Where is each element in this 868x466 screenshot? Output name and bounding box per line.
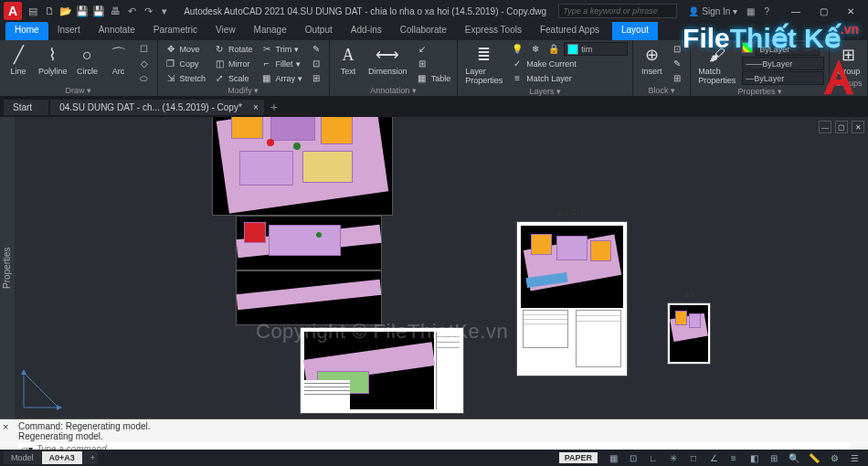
viewport-sheet-2b[interactable]: [236, 270, 382, 325]
match-layer-button[interactable]: ≡Match Layer: [509, 71, 628, 85]
minimize-button[interactable]: —: [782, 2, 810, 20]
menu-icon[interactable]: ▤: [26, 4, 40, 18]
tab-start[interactable]: Start: [4, 100, 48, 115]
scale-button[interactable]: ⤢Scale: [211, 71, 255, 85]
viewport-sheet-3[interactable]: [300, 327, 464, 414]
tab-annotate[interactable]: Annotate: [90, 22, 144, 40]
qat-dropdown-icon[interactable]: ▾: [157, 4, 172, 18]
status-workspace-icon[interactable]: ⚙: [826, 451, 842, 464]
array-button[interactable]: ▦Array ▾: [259, 71, 305, 85]
layout-a0a3[interactable]: A0+A3: [42, 451, 82, 464]
layout-add[interactable]: +: [83, 451, 98, 464]
draw-extra3[interactable]: ⬭: [136, 71, 153, 85]
tab-new-icon[interactable]: +: [266, 99, 282, 115]
viewport-sheet-2[interactable]: [236, 216, 382, 270]
modify-extra1[interactable]: ✎: [308, 42, 324, 56]
tab-featuredapps[interactable]: Featured Apps: [531, 22, 609, 40]
line-button[interactable]: ╱Line: [5, 42, 32, 78]
help-icon[interactable]: ?: [764, 6, 769, 16]
layer-icon3[interactable]: 🔒: [545, 42, 562, 56]
annot-extra[interactable]: ⊞: [414, 57, 453, 70]
block-extra2[interactable]: ✎: [669, 57, 685, 70]
plot-icon[interactable]: 🖶: [108, 4, 122, 18]
make-current-button[interactable]: ✓Make Current: [509, 57, 628, 70]
fillet-button[interactable]: ⌐Fillet ▾: [259, 57, 305, 70]
maximize-button[interactable]: ▢: [810, 2, 837, 20]
tab-insert[interactable]: Insert: [48, 22, 90, 40]
rotate-button[interactable]: ↻Rotate: [211, 42, 255, 56]
tab-expresstools[interactable]: Express Tools: [456, 22, 531, 40]
modify-extra2[interactable]: ⊡: [308, 57, 324, 70]
tab-collaborate[interactable]: Collaborate: [391, 22, 456, 40]
status-qp-icon[interactable]: ⊞: [766, 451, 782, 464]
autodesk-app-icon[interactable]: ▦: [746, 6, 755, 16]
status-customize-icon[interactable]: ☰: [846, 451, 863, 464]
leader-button[interactable]: ↙: [414, 42, 453, 56]
dimension-button[interactable]: ⟷Dimension: [365, 42, 410, 78]
properties-panel-collapsed[interactable]: Properties: [0, 117, 15, 418]
vp-min-icon[interactable]: —: [819, 121, 831, 133]
sign-in-button[interactable]: 👤 Sign In ▾: [688, 6, 737, 16]
status-otrack-icon[interactable]: ∠: [705, 451, 722, 464]
tab-output[interactable]: Output: [296, 22, 342, 40]
sheet-a0fit[interactable]: [516, 221, 628, 376]
move-button[interactable]: ✥Move: [163, 42, 208, 56]
draw-extra1[interactable]: ☐: [136, 42, 153, 56]
trim-button[interactable]: ✂Trim ▾: [259, 42, 305, 56]
polyline-button[interactable]: ⌇Polyline: [36, 42, 70, 78]
open-icon[interactable]: 📂: [58, 4, 73, 18]
tab-layout[interactable]: Layout: [612, 22, 658, 40]
layer-icon1[interactable]: 💡: [509, 42, 525, 56]
tab-view[interactable]: View: [206, 22, 245, 40]
tab-home[interactable]: Home: [5, 22, 48, 40]
modify-extra3[interactable]: ⊞: [308, 71, 324, 85]
lineweight-combo[interactable]: —— ByLayer: [742, 57, 824, 70]
vp-close-icon[interactable]: ✕: [852, 121, 864, 133]
layout-model[interactable]: Model: [4, 451, 41, 464]
copy-button[interactable]: ❐Copy: [163, 57, 208, 70]
undo-icon[interactable]: ↶: [124, 4, 139, 18]
status-transparency-icon[interactable]: ◧: [746, 451, 762, 464]
table-button[interactable]: ▦Table: [414, 71, 453, 85]
new-icon[interactable]: 🗋: [42, 4, 57, 18]
tab-parametric[interactable]: Parametric: [144, 22, 206, 40]
mirror-button[interactable]: ◫Mirror: [211, 57, 255, 70]
save-icon[interactable]: 💾: [75, 4, 90, 18]
redo-icon[interactable]: ↷: [141, 4, 155, 18]
layer-properties-button[interactable]: ≣Layer Properties: [462, 42, 505, 87]
text-button[interactable]: AText: [334, 42, 362, 78]
block-extra3[interactable]: ⊞: [669, 71, 685, 85]
arc-button[interactable]: ⌒Arc: [105, 42, 132, 78]
paper-space-toggle[interactable]: PAPER: [559, 452, 598, 463]
drawing-area[interactable]: Properties — ▢ ✕ A: [0, 117, 868, 418]
tab-file[interactable]: 04.SU DUNG DAT - ch... (14.5.2019) - Cop…: [50, 100, 264, 115]
tab-manage[interactable]: Manage: [245, 22, 296, 40]
tab-addins[interactable]: Add-ins: [342, 22, 391, 40]
draw-extra2[interactable]: ◇: [136, 57, 153, 70]
status-ortho-icon[interactable]: ∟: [645, 451, 662, 464]
insert-button[interactable]: ⊕Insert: [638, 42, 665, 78]
cmd-close-icon[interactable]: ×: [3, 421, 8, 432]
close-button[interactable]: ✕: [837, 2, 864, 20]
ucs-icon: [20, 367, 64, 411]
status-annoscale-icon[interactable]: 🔍: [786, 451, 802, 464]
vp-max-icon[interactable]: ▢: [835, 121, 848, 133]
status-grid-icon[interactable]: ▦: [605, 451, 621, 464]
tab-close-icon[interactable]: ×: [253, 102, 259, 112]
status-units-icon[interactable]: 📏: [806, 451, 822, 464]
command-window[interactable]: × Command: Regenerating model. Regenerat…: [0, 418, 868, 450]
saveas-icon[interactable]: 💾: [91, 4, 106, 18]
status-snap-icon[interactable]: ⊡: [625, 451, 641, 464]
layer-combo[interactable]: tim: [564, 42, 628, 56]
stretch-button[interactable]: ⇲Stretch: [163, 71, 208, 85]
circle-button[interactable]: ○Circle: [74, 42, 101, 78]
status-osnap-icon[interactable]: □: [685, 451, 702, 464]
status-lwt-icon[interactable]: ≡: [725, 451, 742, 464]
status-polar-icon[interactable]: ✳: [665, 451, 682, 464]
viewport-sheet-1[interactable]: [212, 117, 393, 216]
layer-icon2[interactable]: ❄: [527, 42, 544, 56]
help-search-input[interactable]: Type a keyword or phrase: [558, 4, 677, 18]
linetype-combo[interactable]: — ByLayer: [742, 71, 824, 85]
sheet-a3[interactable]: [667, 302, 711, 365]
autocad-logo[interactable]: A: [4, 2, 22, 20]
